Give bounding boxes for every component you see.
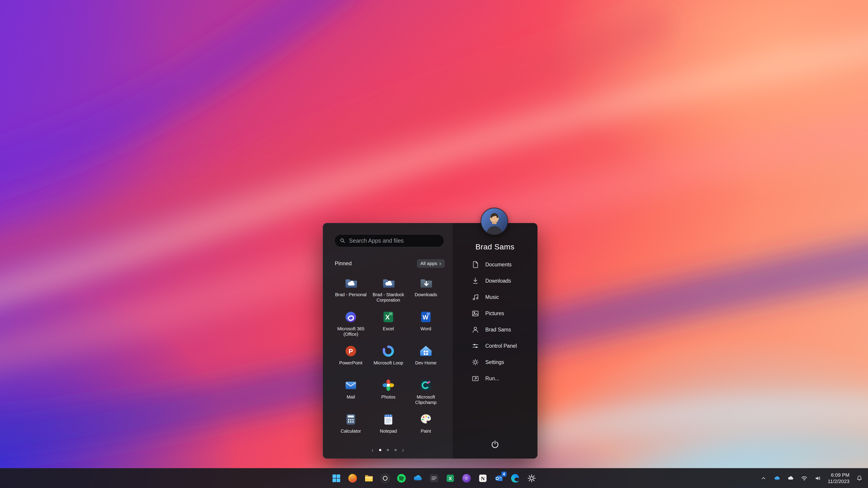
onedrive-tray-button[interactable] bbox=[773, 474, 782, 483]
start-tile-calculator[interactable]: Calculator bbox=[332, 410, 370, 445]
search-input[interactable] bbox=[349, 237, 439, 244]
start-tile-excel[interactable]: X Excel bbox=[370, 308, 407, 342]
hidden-icons-button[interactable] bbox=[759, 474, 768, 483]
gear-icon bbox=[471, 358, 479, 366]
excel-icon: X bbox=[445, 473, 455, 483]
svg-text:W: W bbox=[423, 314, 428, 321]
edge-button[interactable] bbox=[509, 472, 522, 485]
start-pager: ‹ › bbox=[323, 447, 453, 453]
settings-button[interactable] bbox=[525, 472, 538, 485]
run-window-icon bbox=[471, 375, 479, 383]
start-tile-microsoft-365[interactable]: Microsoft 365 (Office) bbox=[332, 308, 370, 342]
cloud-icon bbox=[787, 475, 794, 482]
user-link-music[interactable]: Music bbox=[452, 289, 537, 305]
start-tile-label: Notepad bbox=[380, 428, 397, 434]
file-explorer-button[interactable] bbox=[362, 472, 375, 485]
pager-dot-2[interactable] bbox=[387, 449, 389, 451]
start-tile-powerpoint[interactable]: P PowerPoint bbox=[332, 342, 370, 376]
notifications-button[interactable] bbox=[855, 474, 864, 483]
dark-striped-app-button[interactable] bbox=[428, 472, 440, 485]
user-link-pictures[interactable]: Pictures bbox=[452, 305, 537, 322]
start-menu-left-pane: Pinned All apps › Brad - Personal Brad -… bbox=[323, 223, 452, 459]
start-tile-photos[interactable]: Photos bbox=[370, 376, 407, 410]
user-name: Brad Sams bbox=[452, 242, 537, 251]
start-tile-downloads[interactable]: Downloads bbox=[407, 274, 445, 308]
start-tile-word[interactable]: W Word bbox=[407, 308, 445, 342]
start-menu: Pinned All apps › Brad - Personal Brad -… bbox=[323, 223, 537, 459]
chevron-up-icon bbox=[760, 475, 767, 482]
pager-dot-1[interactable] bbox=[379, 449, 381, 451]
start-button[interactable] bbox=[330, 472, 343, 485]
clock[interactable]: 6:09 PM 11/2/2023 bbox=[827, 472, 850, 485]
dark-circle-app-button[interactable] bbox=[379, 472, 392, 485]
user-link-run[interactable]: Run... bbox=[452, 370, 537, 387]
taskbar: X N 4 bbox=[0, 468, 868, 488]
svg-text:X: X bbox=[385, 314, 390, 321]
music-note-icon bbox=[471, 293, 479, 301]
microsoft-365-icon bbox=[344, 310, 358, 324]
pager-dot-3[interactable] bbox=[395, 449, 397, 451]
power-button[interactable] bbox=[488, 437, 502, 452]
word-icon: W bbox=[419, 310, 433, 324]
powerpoint-icon: P bbox=[344, 344, 358, 358]
pinned-header: Pinned All apps › bbox=[335, 259, 445, 268]
onedrive-button[interactable] bbox=[411, 472, 424, 485]
onedrive-cloud-icon bbox=[413, 473, 423, 483]
network-button[interactable] bbox=[800, 474, 809, 483]
start-tile-notepad[interactable]: Notepad bbox=[370, 410, 407, 445]
dark-striped-app-icon bbox=[429, 473, 439, 483]
start-tile-label: Downloads bbox=[415, 292, 437, 297]
bell-icon bbox=[856, 475, 863, 482]
paint-icon bbox=[419, 412, 433, 426]
purple-app-icon bbox=[462, 473, 471, 483]
start-tile-dev-home[interactable]: Dev Home bbox=[407, 342, 445, 376]
notion-button[interactable]: N bbox=[476, 472, 489, 485]
start-tile-label: PowerPoint bbox=[339, 360, 362, 365]
user-link-label: Documents bbox=[485, 262, 512, 268]
start-tile-label: Brad - Stardock Corporation bbox=[371, 292, 405, 303]
cloud-tray-button[interactable] bbox=[786, 474, 795, 483]
start-tile-mail[interactable]: Mail bbox=[332, 376, 370, 410]
dev-home-icon bbox=[419, 344, 433, 358]
svg-text:P: P bbox=[348, 348, 353, 355]
outlook-button[interactable]: 4 bbox=[493, 472, 506, 485]
start-tile-brad-stardock[interactable]: Brad - Stardock Corporation bbox=[370, 274, 407, 308]
spotify-button[interactable] bbox=[395, 472, 408, 485]
search-icon bbox=[340, 238, 346, 244]
photos-icon bbox=[381, 378, 395, 392]
dark-circle-app-icon bbox=[380, 473, 390, 483]
clipchamp-icon bbox=[419, 378, 433, 392]
svg-text:N: N bbox=[481, 476, 485, 482]
sliders-icon bbox=[471, 342, 479, 350]
firefox-button[interactable] bbox=[346, 472, 359, 485]
start-tile-label: Microsoft Clipchamp bbox=[409, 394, 443, 405]
pinned-label: Pinned bbox=[335, 260, 352, 267]
start-tile-label: Calculator bbox=[341, 428, 361, 434]
svg-text:X: X bbox=[449, 476, 452, 481]
calculator-icon bbox=[344, 412, 358, 426]
onedrive-folder-icon bbox=[381, 276, 395, 290]
search-bar[interactable] bbox=[334, 234, 444, 247]
user-link-control-panel[interactable]: Control Panel bbox=[452, 338, 537, 354]
user-avatar[interactable] bbox=[480, 207, 508, 235]
start-tile-label: Mail bbox=[347, 394, 355, 400]
excel-button[interactable]: X bbox=[444, 472, 457, 485]
volume-button[interactable] bbox=[813, 474, 822, 483]
all-apps-button[interactable]: All apps › bbox=[417, 259, 445, 268]
start-tile-brad-personal[interactable]: Brad - Personal bbox=[332, 274, 370, 308]
purple-app-button[interactable] bbox=[460, 472, 473, 485]
start-tile-paint[interactable]: Paint bbox=[407, 410, 445, 445]
user-link-downloads[interactable]: Downloads bbox=[452, 273, 537, 289]
onedrive-folder-icon bbox=[344, 276, 358, 290]
user-link-documents[interactable]: Documents bbox=[452, 256, 537, 273]
user-link-label: Downloads bbox=[485, 278, 511, 284]
user-link-label: Music bbox=[485, 294, 499, 300]
start-tile-clipchamp[interactable]: Microsoft Clipchamp bbox=[407, 376, 445, 410]
pager-chevron-left-icon[interactable]: ‹ bbox=[371, 447, 373, 453]
user-link-profile-folder[interactable]: Brad Sams bbox=[452, 322, 537, 338]
pager-chevron-right-icon[interactable]: › bbox=[402, 447, 404, 453]
start-tile-microsoft-loop[interactable]: Microsoft Loop bbox=[370, 342, 407, 376]
picture-icon bbox=[471, 309, 479, 318]
user-link-settings[interactable]: Settings bbox=[452, 354, 537, 370]
clock-date: 11/2/2023 bbox=[828, 478, 849, 485]
